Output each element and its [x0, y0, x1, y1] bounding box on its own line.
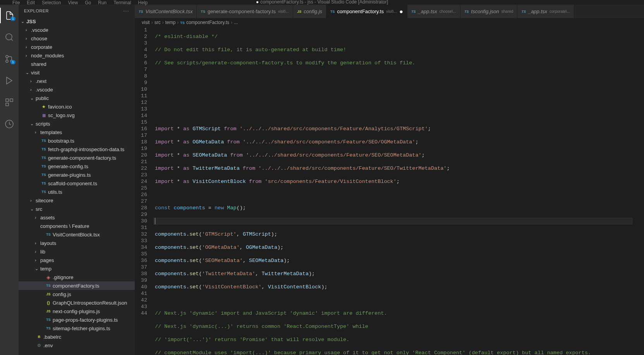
tab-config-js[interactable]: JSconfig.js [293, 5, 326, 18]
tree-folder-choose[interactable]: ›choose [19, 34, 135, 43]
svg-point-0 [6, 34, 12, 40]
tree-file-logo[interactable]: ▦sc_logo.svg [19, 111, 135, 119]
tree-file-component-factory[interactable]: TScomponentFactory.ts [19, 281, 135, 290]
tree-file-visit-block[interactable]: TSVisitContentBlock.tsx [19, 230, 135, 239]
tree-folder-layouts[interactable]: ›layouts [19, 239, 135, 247]
file-tree: ⌄JSS ›.vscode ›choose ›corporate ›node_m… [19, 17, 135, 355]
modified-dot-icon: ● [399, 8, 403, 15]
tree-folder-public[interactable]: ⌄public [19, 94, 135, 102]
menu-edit[interactable]: Edit [24, 0, 38, 6]
tree-file-favicon[interactable]: ★favicon.ico [19, 102, 135, 111]
menu-terminal[interactable]: Terminal [110, 0, 134, 6]
tree-file-gen-config[interactable]: TSgenerate-config.ts [19, 162, 135, 171]
js-icon: JS [45, 309, 52, 313]
editor-area: TSVisitContentBlock.tsx TSgenerate-compo… [135, 5, 644, 355]
tree-file-scaffold[interactable]: TSscaffold-component.ts [19, 179, 135, 188]
gear-icon: ⚙ [36, 343, 43, 348]
window-title: ●componentFactory.ts - jss - Visual Stud… [256, 0, 388, 5]
tree-file-graphql[interactable]: {}GraphQLIntrospectionResult.json [19, 298, 135, 307]
ts-icon: TS [40, 156, 47, 160]
explorer-badge: 1 [10, 17, 15, 21]
activity-run-debug[interactable] [0, 73, 19, 88]
menu-go[interactable]: Go [82, 0, 94, 6]
tree-file-sitemap[interactable]: TSsitemap-fetcher-plugins.ts [19, 324, 135, 333]
explorer-title: EXPLORER [24, 9, 49, 13]
code-content[interactable]: /* eslint-disable */ // Do not edit this… [153, 27, 632, 355]
tree-file-gitignore[interactable]: ◈.gitignore [19, 273, 135, 281]
menu-run[interactable]: Run [95, 0, 110, 6]
git-icon: ◈ [45, 274, 52, 280]
tab-app-choose[interactable]: TS_app.tsxchoose\... [407, 5, 460, 18]
ts-icon: TS [40, 147, 47, 151]
svg-rect-7 [6, 103, 9, 106]
line-numbers: 1234567891011121314151617181920212223242… [135, 27, 153, 355]
tree-folder-templates[interactable]: ›templates [19, 128, 135, 136]
breadcrumb[interactable]: visit›src›temp›TScomponentFactory.ts›... [135, 18, 644, 27]
tree-folder-next[interactable]: ›.next [19, 77, 135, 85]
tab-generate-factory[interactable]: TSgenerate-component-factory.tsvisit\... [197, 5, 293, 18]
menu-selection[interactable]: Selection [39, 0, 64, 6]
ts-icon: TS [45, 233, 52, 236]
titlebar: File Edit Selection View Go Run Terminal… [0, 0, 644, 5]
minimap[interactable] [632, 27, 644, 355]
svg-point-1 [6, 55, 8, 58]
modified-indicator: ● [256, 0, 259, 5]
tree-folder-scripts[interactable]: ⌄scripts [19, 119, 135, 128]
babel-icon: B [36, 335, 43, 339]
json-icon: {} [45, 301, 52, 305]
ts-icon: TS [40, 190, 47, 194]
ts-icon: TS [45, 318, 52, 322]
menubar: File Edit Selection View Go Run Terminal… [9, 0, 151, 6]
tree-file-config-js[interactable]: JSconfig.js [19, 290, 135, 298]
svg-rect-5 [6, 99, 9, 102]
tree-folder-temp[interactable]: ⌄temp [19, 264, 135, 273]
scm-badge: 1 [10, 60, 15, 64]
menu-file[interactable]: File [9, 0, 23, 6]
tree-folder-shared[interactable]: shared [19, 60, 135, 68]
tree-file-env[interactable]: ⚙.env [19, 341, 135, 350]
ts-icon: TS [40, 181, 47, 185]
tree-folder-vscode[interactable]: ›.vscode [19, 26, 135, 34]
tree-file-utils[interactable]: TSutils.ts [19, 188, 135, 196]
ts-icon: TS [40, 173, 47, 177]
tab-tsconfig[interactable]: TStsconfig.jsonshared [460, 5, 517, 18]
tree-folder-pages[interactable]: ›pages [19, 256, 135, 264]
tree-folder-vscode2[interactable]: ›.vscode [19, 85, 135, 94]
tree-file-fetch-graphql[interactable]: TSfetch-graphql-introspection-data.ts [19, 145, 135, 153]
tree-file-gen-factory[interactable]: TSgenerate-component-factory.ts [19, 153, 135, 162]
ts-icon: TS [40, 164, 47, 168]
favicon-icon: ★ [40, 104, 47, 109]
js-icon: JS [45, 292, 52, 296]
tab-app-corporate[interactable]: TS_app.tsxcorporate\... [517, 5, 574, 18]
tree-folder-lib[interactable]: ›lib [19, 247, 135, 256]
tab-component-factory[interactable]: TScomponentFactory.tsvisit\...● [326, 5, 407, 18]
tree-folder-sitecore[interactable]: ›sitecore [19, 196, 135, 205]
tree-folder-corporate[interactable]: ›corporate [19, 43, 135, 51]
activity-explorer[interactable]: 1 [0, 8, 19, 23]
tree-file-gen-plugins[interactable]: TSgenerate-plugins.ts [19, 171, 135, 179]
tab-visit-content-block[interactable]: TSVisitContentBlock.tsx [135, 5, 197, 18]
tree-folder-visit[interactable]: ⌄visit [19, 68, 135, 77]
menu-help[interactable]: Help [135, 0, 151, 6]
activity-extensions[interactable] [0, 95, 19, 110]
ts-icon: TS [45, 284, 52, 288]
tree-file-page-props[interactable]: TSpage-props-factory-plugins.ts [19, 315, 135, 324]
tree-folder-assets[interactable]: ›assets [19, 213, 135, 222]
ts-icon: TS [45, 326, 52, 330]
code-editor[interactable]: 1234567891011121314151617181920212223242… [135, 27, 644, 355]
activity-source-control[interactable]: 1 [0, 51, 19, 67]
tree-folder-node-modules[interactable]: ›node_modules [19, 51, 135, 60]
tree-folder-src[interactable]: ⌄src [19, 205, 135, 213]
menu-view[interactable]: View [65, 0, 81, 6]
tree-file-bootstrap[interactable]: TSbootstrap.ts [19, 136, 135, 145]
tree-file-babelrc[interactable]: B.babelrc [19, 333, 135, 341]
tree-folder-components[interactable]: components \ Feature [19, 222, 135, 230]
svg-marker-4 [7, 77, 12, 84]
explorer-more-icon[interactable]: ··· [124, 9, 129, 13]
activity-search[interactable] [0, 29, 19, 45]
tree-file-next-config[interactable]: JSnext-config-plugins.js [19, 307, 135, 315]
tab-bar: TSVisitContentBlock.tsx TSgenerate-compo… [135, 5, 644, 18]
activity-timeline[interactable] [0, 116, 19, 132]
activity-bar: 1 1 [0, 5, 19, 355]
tree-root[interactable]: ⌄JSS [19, 17, 135, 26]
